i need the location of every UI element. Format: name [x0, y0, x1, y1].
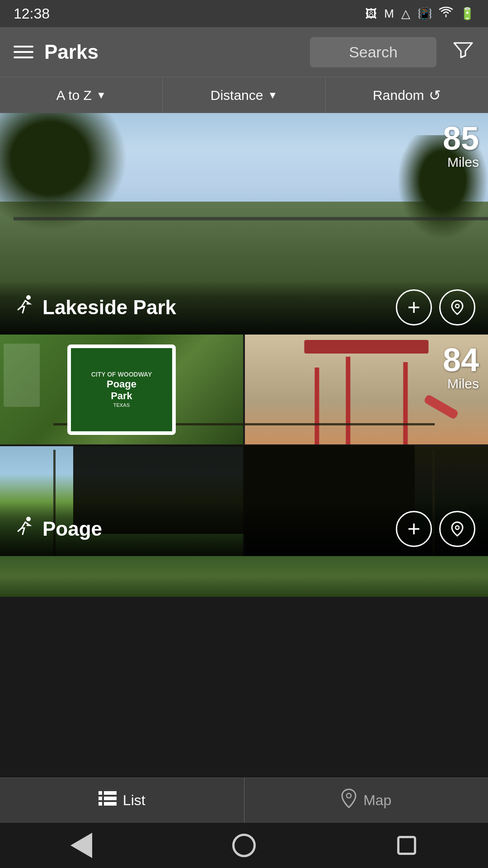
menu-button[interactable] — [14, 46, 33, 58]
system-nav — [0, 823, 488, 868]
battery-icon: 🔋 — [460, 7, 474, 21]
sort-distance-arrow: ▼ — [267, 90, 277, 101]
mail-icon: M — [384, 7, 394, 21]
status-bar: 12:38 🖼 M △ 📳 🔋 — [0, 0, 488, 27]
nav-map[interactable]: Map — [244, 778, 488, 823]
svg-point-0 — [26, 295, 31, 300]
svg-point-14 — [347, 793, 351, 798]
svg-point-7 — [455, 526, 459, 529]
list-icon — [99, 790, 117, 811]
svg-rect-9 — [104, 791, 117, 795]
svg-rect-13 — [104, 802, 117, 806]
park-card-partial[interactable] — [0, 556, 488, 597]
sort-az[interactable]: A to Z ▼ — [0, 77, 163, 113]
bottom-nav: List Map — [0, 778, 488, 823]
app-header: Parks Search — [0, 27, 488, 77]
add-button-poage[interactable] — [396, 511, 432, 547]
cloud-icon: △ — [401, 7, 410, 21]
search-button[interactable]: Search — [310, 37, 436, 67]
park-name-lakeside: Lakeside Park — [42, 296, 389, 319]
activity-icon-lakeside — [13, 294, 35, 321]
add-button-lakeside[interactable] — [396, 289, 432, 326]
wifi-icon — [439, 7, 453, 21]
status-time: 12:38 — [14, 5, 50, 22]
home-button[interactable] — [230, 832, 258, 859]
location-button-poage[interactable] — [439, 511, 475, 547]
svg-point-4 — [26, 517, 31, 521]
park-card-poage[interactable]: CITY OF WOODWAY Poage Park TEXAS — [0, 335, 488, 556]
sort-az-label: A to Z — [56, 88, 92, 103]
sort-az-arrow: ▼ — [96, 90, 106, 101]
sort-random[interactable]: Random ↺ — [326, 77, 488, 113]
nav-list-label: List — [123, 792, 145, 809]
sort-distance-label: Distance — [211, 88, 263, 103]
vibrate-icon: 📳 — [418, 7, 432, 21]
status-icons: 🖼 M △ 📳 🔋 — [365, 7, 474, 21]
park-distance-lakeside: 85 Miles — [443, 122, 479, 170]
sort-bar: A to Z ▼ Distance ▼ Random ↺ — [0, 77, 488, 113]
park-name-poage: Poage — [42, 518, 389, 540]
park-card-lakeside[interactable]: 85 Miles Lakeside Park — [0, 113, 488, 335]
parks-list: 85 Miles Lakeside Park — [0, 113, 488, 597]
svg-point-3 — [455, 304, 459, 308]
location-button-lakeside[interactable] — [439, 289, 475, 326]
map-pin-icon — [341, 788, 357, 812]
svg-rect-12 — [99, 802, 102, 806]
filter-button[interactable] — [452, 38, 474, 66]
nav-list[interactable]: List — [0, 778, 244, 823]
nav-map-label: Map — [363, 792, 391, 809]
sort-random-refresh-icon: ↺ — [429, 87, 441, 104]
card-overlay-poage: Poage — [0, 502, 488, 556]
activity-icon-poage — [13, 515, 35, 542]
svg-rect-10 — [99, 797, 102, 800]
page-title: Parks — [44, 41, 299, 63]
sort-distance[interactable]: Distance ▼ — [163, 77, 325, 113]
recent-button[interactable] — [393, 832, 420, 859]
svg-rect-8 — [99, 791, 102, 795]
sort-random-label: Random — [373, 88, 424, 103]
back-button[interactable] — [68, 832, 95, 859]
card-overlay-lakeside: Lakeside Park — [0, 280, 488, 335]
park-distance-poage: 84 Miles — [443, 344, 479, 392]
photo-icon: 🖼 — [365, 7, 377, 21]
svg-rect-11 — [104, 797, 117, 800]
